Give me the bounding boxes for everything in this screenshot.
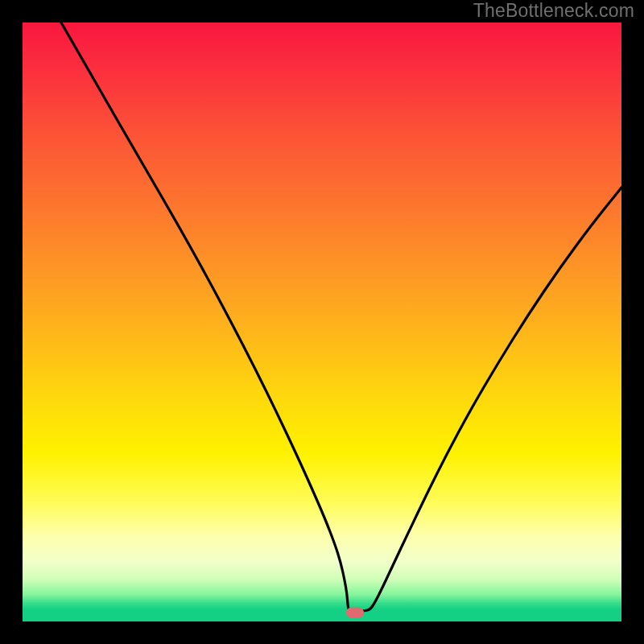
chart-stage: TheBottleneck.com xyxy=(0,0,644,644)
optimal-point-marker xyxy=(346,607,364,617)
bottleneck-curve xyxy=(23,23,621,621)
watermark-label: TheBottleneck.com xyxy=(473,0,634,22)
plot-area xyxy=(23,23,621,621)
curve-path xyxy=(61,23,621,611)
